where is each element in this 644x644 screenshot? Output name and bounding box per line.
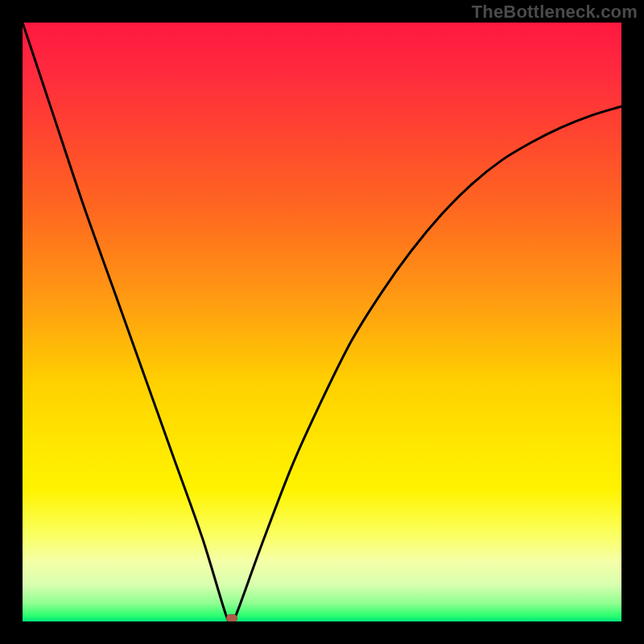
plot-area <box>23 23 621 621</box>
optimal-point-marker <box>226 614 237 621</box>
watermark-text: TheBottleneck.com <box>472 2 638 23</box>
bottleneck-curve <box>23 23 621 621</box>
chart-frame: TheBottleneck.com <box>0 0 644 644</box>
